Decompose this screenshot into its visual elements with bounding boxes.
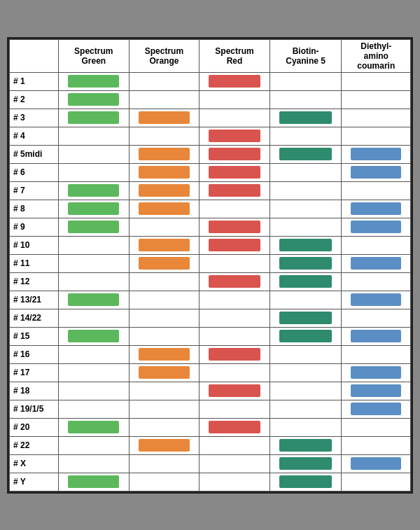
cell-orange: [129, 309, 200, 327]
header-spectrum-red: Spectrum Red: [200, 39, 270, 72]
color-block-orange: [139, 348, 190, 361]
color-block-blue: [351, 366, 401, 379]
color-block-blue: [351, 148, 401, 160]
row-label: # 5midi: [10, 145, 59, 163]
cell-blue: [342, 200, 411, 218]
cell-green: [59, 218, 130, 236]
color-block-red: [209, 166, 260, 179]
cell-orange: [129, 454, 200, 473]
main-table-container: Spectrum Green Spectrum Orange Spectrum …: [7, 37, 413, 494]
cell-blue: [342, 109, 411, 127]
cell-orange: [129, 473, 200, 491]
cell-red: [200, 400, 270, 418]
color-block-green: [68, 221, 119, 233]
cell-green: [59, 109, 130, 127]
cell-red: [200, 345, 270, 363]
row-label: # 18: [10, 382, 59, 400]
color-block-blue: [351, 202, 401, 215]
color-block-teal: [279, 439, 332, 452]
color-block-red: [209, 421, 260, 433]
cell-red: [200, 473, 270, 491]
row-label: # 17: [10, 363, 59, 382]
row-label: # 6: [10, 163, 59, 181]
cell-red: [200, 163, 270, 181]
row-label: # 22: [10, 436, 59, 454]
header-empty: [10, 39, 59, 72]
row-label: # 8: [10, 200, 59, 218]
cell-orange: [129, 436, 200, 454]
cell-blue: [342, 291, 411, 309]
color-block-red: [209, 239, 260, 251]
table-row: # X: [10, 454, 411, 473]
row-label: # 14/22: [10, 309, 59, 327]
color-block-orange: [139, 239, 190, 251]
row-label: # Y: [10, 473, 59, 491]
cell-blue: [342, 236, 411, 254]
cell-teal: [270, 163, 342, 181]
cell-green: [59, 272, 130, 291]
cell-orange: [129, 127, 200, 145]
cell-red: [200, 309, 270, 327]
header-spectrum-green: Spectrum Green: [59, 39, 130, 72]
cell-orange: [129, 109, 200, 127]
color-block-teal: [279, 148, 332, 160]
color-block-blue: [351, 293, 401, 306]
cell-green: [59, 454, 130, 473]
color-block-green: [68, 184, 119, 197]
cell-orange: [129, 218, 200, 236]
cell-blue: [342, 382, 411, 400]
table-row: # 8: [10, 200, 411, 218]
cell-red: [200, 454, 270, 473]
cell-green: [59, 200, 130, 218]
cell-green: [59, 400, 130, 418]
color-block-red: [209, 130, 260, 142]
color-block-red: [209, 75, 260, 88]
color-block-orange: [139, 439, 190, 452]
cell-blue: [342, 163, 411, 181]
row-label: # 11: [10, 254, 59, 272]
color-block-orange: [139, 148, 190, 160]
table-row: # 1: [10, 72, 411, 90]
row-label: # 19/1/5: [10, 400, 59, 418]
table-row: # 19/1/5: [10, 400, 411, 418]
row-label: # 13/21: [10, 291, 59, 309]
color-block-teal: [279, 275, 332, 288]
color-block-blue: [351, 257, 401, 270]
table-row: # 3: [10, 109, 411, 127]
color-block-green: [68, 93, 119, 106]
cell-green: [59, 418, 130, 436]
cell-green: [59, 127, 130, 145]
color-block-green: [68, 421, 119, 433]
cell-teal: [270, 382, 342, 400]
cell-blue: [342, 454, 411, 473]
cell-teal: [270, 291, 342, 309]
cell-green: [59, 254, 130, 272]
color-block-red: [209, 148, 260, 160]
header-biotin-cyanine5: Biotin- Cyanine 5: [270, 39, 342, 72]
cell-red: [200, 363, 270, 382]
cell-red: [200, 90, 270, 109]
cell-teal: [270, 218, 342, 236]
cell-blue: [342, 145, 411, 163]
cell-blue: [342, 345, 411, 363]
cell-green: [59, 363, 130, 382]
cell-red: [200, 254, 270, 272]
cell-teal: [270, 127, 342, 145]
color-block-green: [68, 330, 119, 342]
color-block-green: [68, 202, 119, 215]
cell-blue: [342, 127, 411, 145]
cell-orange: [129, 72, 200, 90]
cell-red: [200, 436, 270, 454]
row-label: # 20: [10, 418, 59, 436]
table-row: # 6: [10, 163, 411, 181]
color-block-red: [209, 384, 260, 397]
table-row: # 12: [10, 272, 411, 291]
table-row: # 16: [10, 345, 411, 363]
table-row: # 10: [10, 236, 411, 254]
color-block-orange: [139, 257, 190, 270]
table-row: # 11: [10, 254, 411, 272]
color-block-blue: [351, 403, 401, 415]
cell-teal: [270, 436, 342, 454]
color-block-teal: [279, 457, 332, 470]
header-spectrum-orange: Spectrum Orange: [129, 39, 200, 72]
